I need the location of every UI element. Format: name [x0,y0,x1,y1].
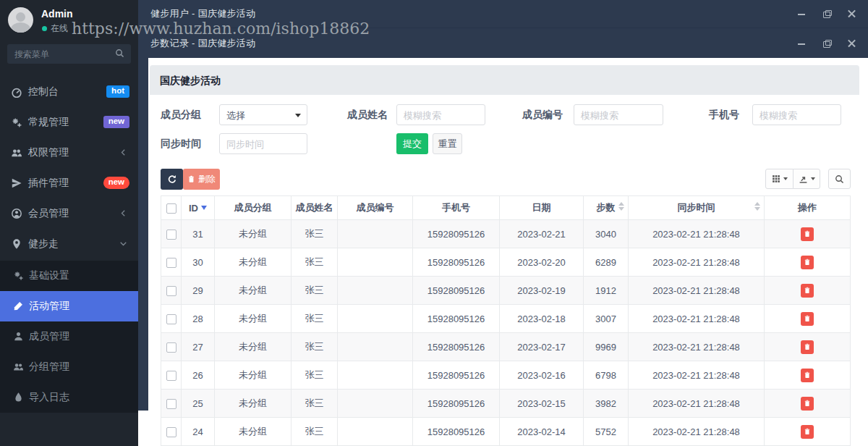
sidebar-item-5[interactable]: 健步走 [0,229,138,259]
menu-search-input[interactable]: 搜索菜单 [7,44,131,64]
map-marker-icon [11,238,22,250]
submenu-item-3[interactable]: 分组管理 [0,352,138,382]
cell-code [338,248,413,277]
sidebar-item-4[interactable]: 会员管理 [0,198,138,229]
row-delete-button[interactable] [801,397,814,411]
users-icon [13,361,25,373]
column-header-code: 成员编号 [338,196,413,220]
submenu-item-1[interactable]: 活动管理 [0,291,138,321]
row-checkbox[interactable] [166,371,176,381]
sort-icon[interactable] [618,202,624,211]
row-delete-button[interactable] [801,340,814,354]
cell-date: 2023-02-18 [500,305,584,333]
cell-steps: 3007 [584,305,629,333]
sidebar-item-label: 健步走 [28,237,59,251]
window-title: 步数记录 - 国庆健步活动 [150,37,255,50]
minimize-icon[interactable] [797,39,806,48]
export-button[interactable] [793,169,820,189]
table-row: 26未分组张三159280951262023-02-1667982023-02-… [161,361,851,390]
sidebar-item-1[interactable]: 常规管理new [0,107,138,138]
sidebar-item-0[interactable]: 控制台hot [0,77,138,107]
row-delete-button[interactable] [801,425,814,439]
phone-input[interactable]: 模糊搜索 [752,104,841,125]
cell-id: 25 [182,390,215,418]
code-input[interactable]: 模糊搜索 [574,104,663,125]
left-dark-strip [138,58,148,411]
avatar[interactable] [8,7,33,33]
submenu-item-0[interactable]: 基础设置 [0,261,138,291]
submit-button[interactable]: 提交 [396,133,428,154]
refresh-button[interactable] [161,169,183,190]
column-header-label: 日期 [532,202,551,213]
cell-sync: 2023-02-21 21:28:48 [629,248,765,277]
cell-group: 未分组 [215,305,292,333]
row-delete-button[interactable] [801,227,814,241]
cell-id: 24 [182,418,215,446]
name-input[interactable]: 模糊搜索 [396,104,485,125]
close-icon[interactable] [848,9,856,18]
group-select[interactable]: 选择 [219,104,307,125]
delete-button[interactable]: 删除 [183,169,220,190]
submenu-item-4[interactable]: 导入日志 [0,382,138,413]
cell-id: 28 [182,305,215,333]
cell-date: 2023-02-14 [500,418,584,446]
user-name: Admin [41,8,73,20]
cell-group: 未分组 [215,248,292,277]
row-delete-button[interactable] [801,256,814,269]
columns-button[interactable] [765,169,793,189]
submenu-item-2[interactable]: 成员管理 [0,321,138,352]
sort-desc-icon[interactable] [201,206,207,210]
row-checkbox[interactable] [166,230,176,240]
time-input[interactable]: 同步时间 [219,133,307,154]
row-checkbox[interactable] [166,286,176,296]
cell-phone: 15928095126 [413,361,500,390]
chevron-left-icon [119,148,128,157]
column-header-sync: 同步时间 [629,196,765,220]
badge: new [103,116,129,128]
sidebar-item-label: 常规管理 [28,116,69,129]
cell-steps: 1912 [584,277,629,305]
phone-label: 手机号 [709,104,739,125]
column-header-label: 成员姓名 [296,202,333,213]
reset-button[interactable]: 重置 [433,133,462,154]
cell-code [338,220,413,248]
row-checkbox[interactable] [166,399,176,409]
pen-icon [13,300,25,312]
chevron-down-icon [119,240,128,248]
gauge-icon [11,86,22,98]
cell-name: 张三 [292,277,338,305]
sidebar-item-label: 控制台 [28,85,59,98]
records-table: ID成员分组成员姓名成员编号手机号日期步数同步时间操作 31未分组张三15928… [161,195,851,446]
cell-code [338,418,413,446]
row-delete-button[interactable] [801,312,814,326]
minimize-icon[interactable] [797,9,806,18]
maximize-icon[interactable] [822,9,831,18]
row-checkbox[interactable] [166,342,176,353]
sidebar-item-3[interactable]: 插件管理new [0,168,138,198]
submenu-item-label: 导入日志 [29,391,69,404]
cell-code [338,333,413,361]
sort-icon[interactable] [754,202,760,211]
cell-sync: 2023-02-21 21:28:48 [629,277,765,305]
cell-phone: 15928095126 [413,390,500,418]
search-toggle-button[interactable] [828,169,851,189]
column-header-label: 同步时间 [678,202,715,213]
users-icon [11,147,22,159]
row-checkbox[interactable] [166,314,176,324]
row-checkbox[interactable] [166,427,176,437]
close-icon[interactable] [848,39,856,48]
row-checkbox[interactable] [166,258,176,268]
select-all-checkbox[interactable] [166,203,176,214]
row-delete-button[interactable] [801,284,814,298]
column-header-label: 操作 [798,202,817,213]
user-profile: Admin 在线 [0,0,138,42]
user-icon [13,331,25,342]
row-delete-button[interactable] [801,369,814,382]
maximize-icon[interactable] [822,39,831,48]
cell-phone: 15928095126 [413,277,500,305]
sidebar-item-2[interactable]: 权限管理 [0,138,138,168]
user-circle-icon [11,208,22,219]
cell-date: 2023-02-20 [500,248,584,277]
cell-name: 张三 [292,220,338,248]
column-header-label: 手机号 [442,202,470,213]
